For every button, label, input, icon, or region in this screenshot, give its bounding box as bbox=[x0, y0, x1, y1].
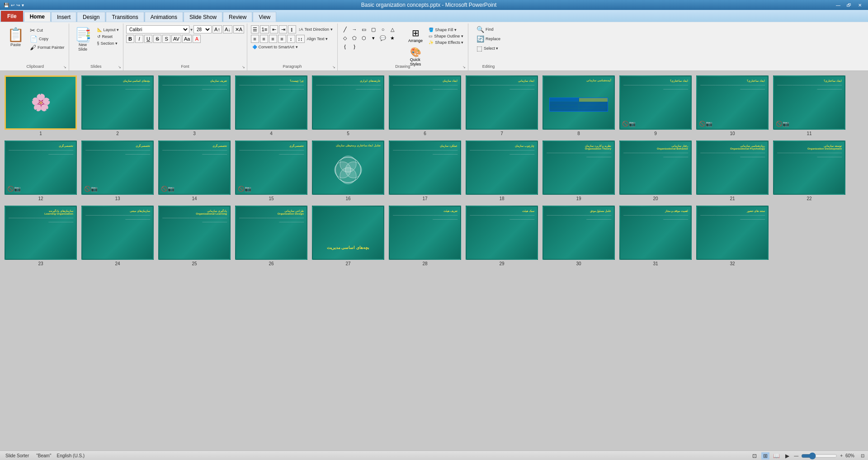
underline-button[interactable]: U bbox=[144, 35, 152, 43]
paragraph-expander[interactable]: ↘ bbox=[331, 64, 336, 70]
slide-thumb-29[interactable]: سبک هیئت━━━━━━━━━━━━━━━━━━━━━━ ━━━━━━━━━… bbox=[466, 206, 538, 266]
tab-design[interactable]: Design bbox=[77, 12, 105, 22]
shape-rounded-rect[interactable]: ▢ bbox=[369, 25, 378, 33]
font-size-select[interactable]: 28 bbox=[193, 25, 212, 33]
section-button[interactable]: §Section ▾ bbox=[96, 41, 121, 46]
slide-thumb-13[interactable]: تخصصی‌گری━━━━━━━━━━━━━━━━━━━━━━ ━━━━━━━━… bbox=[81, 141, 154, 201]
fit-window-icon[interactable]: ⊡ bbox=[861, 453, 864, 458]
font-dropdown-arrow[interactable]: ▾ bbox=[190, 27, 193, 32]
shape-pentagon[interactable]: ⬠ bbox=[350, 34, 359, 42]
numbering-button[interactable]: 1≡ bbox=[260, 25, 269, 33]
slide-thumb-10[interactable]: ابعاد ساختاری؟━━━━━━━━━━━━━━━━━━━━━━ ━━━… bbox=[696, 75, 769, 136]
tab-view[interactable]: View bbox=[253, 12, 276, 22]
decrease-indent-button[interactable]: ⇤ bbox=[270, 25, 278, 33]
quick-access-toolbar[interactable]: 💾 ↩ ↪ ▾ bbox=[4, 3, 24, 8]
shape-bracket[interactable]: { bbox=[340, 42, 349, 51]
shape-diamond[interactable]: ◇ bbox=[340, 34, 349, 42]
slide-thumb-16[interactable]: تعامل ابعاد ساختاری و محیطی سازمان16 bbox=[312, 141, 384, 201]
slide-thumb-20[interactable]: رفتار سازمانی Organizational Behavior━━━… bbox=[619, 141, 692, 201]
slide-thumb-9[interactable]: ابعاد ساختاری؟━━━━━━━━━━━━━━━━━━━━━━ ━━━… bbox=[619, 75, 692, 136]
find-button[interactable]: 🔍 Find bbox=[475, 25, 495, 33]
bold-button[interactable]: B bbox=[126, 35, 134, 43]
slide-thumb-31[interactable]: اهمیت موقف و مجاز━━━━━━━━━━━━━━━━━━━━━━ … bbox=[619, 206, 692, 266]
columns-button[interactable]: ⫿ bbox=[288, 25, 296, 33]
font-size-decrease-button[interactable]: A↓ bbox=[223, 25, 232, 33]
tab-transitions[interactable]: Transitions bbox=[106, 12, 144, 22]
shape-oval[interactable]: ○ bbox=[378, 25, 387, 33]
slide-thumb-14[interactable]: تخصصی‌گری━━━━━━━━━━━━━━━━━━━━━━ ━━━━━━━━… bbox=[158, 141, 231, 201]
undo-icon[interactable]: ↩ bbox=[11, 3, 14, 8]
increase-indent-button[interactable]: ⇥ bbox=[279, 25, 287, 33]
slide-thumb-6[interactable]: ابعاد سازمان━━━━━━━━━━━━━━━━━━━━━━ ━━━━━… bbox=[389, 75, 461, 136]
slide-thumb-21[interactable]: روان‌شناسی سازمانی Organizational Psycho… bbox=[696, 141, 769, 201]
maximize-button[interactable]: 🗗 bbox=[844, 1, 854, 9]
justify-button[interactable]: ≡ bbox=[278, 35, 286, 43]
slide-thumb-18[interactable]: چارچوب سازمان━━━━━━━━━━━━━━━━━━━━━━ ━━━━… bbox=[466, 141, 538, 201]
normal-view-button[interactable]: ⊡ bbox=[750, 452, 759, 460]
slide-thumb-1[interactable]: 🌸1 bbox=[5, 75, 77, 136]
align-text-button[interactable]: Align Text ▾ bbox=[306, 36, 329, 42]
shape-brace[interactable]: } bbox=[350, 42, 359, 51]
arrange-button[interactable]: ⊞ Arrange bbox=[406, 26, 425, 44]
tab-animations[interactable]: Animations bbox=[145, 12, 183, 22]
shape-triangle[interactable]: △ bbox=[388, 25, 397, 33]
shape-fill-button[interactable]: 🪣Shape Fill ▾ bbox=[427, 27, 465, 33]
zoom-percent[interactable]: 60% bbox=[845, 453, 858, 458]
slide-thumb-17[interactable]: عملکرد سازمان━━━━━━━━━━━━━━━━━━━━━━ ━━━━… bbox=[389, 141, 461, 201]
slide-thumb-26[interactable]: طراحی سازمانی Organization Design━━━━━━━… bbox=[235, 206, 307, 266]
redo-icon[interactable]: ↪ bbox=[16, 3, 20, 8]
slide-thumb-2[interactable]: بچه‌های اساسی سازمان━━━━━━━━━━━━━━━━━━━━… bbox=[81, 75, 154, 136]
slide-thumb-8[interactable]: آینده‌شناسی سازمانی8 bbox=[542, 75, 615, 136]
slide-thumb-23[interactable]: سازمان‌های یادگیرنده Learning Organizati… bbox=[5, 206, 77, 266]
slide-thumb-15[interactable]: تخصصی‌گری━━━━━━━━━━━━━━━━━━━━━━ ━━━━━━━━… bbox=[235, 141, 307, 201]
slide-thumb-7[interactable]: ابعاد سازمانی━━━━━━━━━━━━━━━━━━━━━━ ━━━━… bbox=[466, 75, 538, 136]
window-controls[interactable]: — 🗗 ✕ bbox=[834, 1, 864, 9]
slide-thumb-4[interactable]: چرا چیست؟━━━━━━━━━━━━━━━━━━━━━━ ━━━━━━━━… bbox=[235, 75, 307, 136]
shape-star[interactable]: ★ bbox=[388, 34, 397, 42]
italic-button[interactable]: I bbox=[135, 35, 143, 43]
close-button[interactable]: ✕ bbox=[855, 1, 864, 9]
save-icon[interactable]: 💾 bbox=[4, 3, 9, 8]
tab-home[interactable]: Home bbox=[24, 12, 51, 22]
shape-line[interactable]: ╱ bbox=[340, 25, 349, 33]
drawing-expander[interactable]: ↘ bbox=[462, 64, 467, 70]
format-painter-button[interactable]: 🖌 Format Painter bbox=[28, 43, 66, 52]
line-spacing-button[interactable]: ↕ bbox=[287, 35, 295, 43]
copy-button[interactable]: 📄 Copy bbox=[28, 35, 66, 43]
reset-button[interactable]: ↺Reset bbox=[96, 34, 121, 39]
cut-button[interactable]: ✂ Cut bbox=[28, 26, 66, 34]
font-expander[interactable]: ↘ bbox=[241, 64, 246, 70]
font-size-increase-button[interactable]: A↑ bbox=[212, 25, 222, 33]
new-slide-button[interactable]: 📑 NewSlide bbox=[72, 25, 94, 53]
slide-thumb-30[interactable]: عامل مسئول موثق━━━━━━━━━━━━━━━━━━━━━━ ━━… bbox=[542, 206, 615, 266]
shape-arrow[interactable]: → bbox=[350, 25, 359, 33]
para-spacing-button[interactable]: ↕↕ bbox=[296, 35, 305, 43]
text-direction-button[interactable]: ↕AText Direction ▾ bbox=[297, 27, 334, 32]
select-button[interactable]: ⬚ Select ▾ bbox=[475, 44, 500, 52]
slide-sorter-button[interactable]: ⊞ bbox=[761, 452, 769, 460]
shape-more[interactable]: ▾ bbox=[369, 34, 378, 42]
layout-button[interactable]: 📐Layout ▾ bbox=[96, 27, 121, 33]
paste-button[interactable]: 📋 Paste bbox=[5, 25, 27, 48]
change-case-button[interactable]: Aa bbox=[182, 35, 192, 43]
tab-review[interactable]: Review bbox=[223, 12, 252, 22]
zoom-out-icon[interactable]: — bbox=[794, 453, 798, 458]
slide-thumb-11[interactable]: ابعاد ساختاری؟━━━━━━━━━━━━━━━━━━━━━━ ━━━… bbox=[773, 75, 845, 136]
replace-button[interactable]: 🔄 Replace bbox=[475, 35, 502, 43]
shape-callout[interactable]: 💬 bbox=[378, 34, 387, 42]
slide-thumb-28[interactable]: تعریف هیئت━━━━━━━━━━━━━━━━━━━━━━ ━━━━━━━… bbox=[389, 206, 461, 266]
font-family-select[interactable]: Calibri bbox=[126, 25, 189, 33]
clipboard-expander[interactable]: ↘ bbox=[62, 64, 68, 70]
char-spacing-button[interactable]: AV bbox=[171, 35, 181, 43]
align-center-button[interactable]: ≡ bbox=[260, 35, 268, 43]
tab-insert[interactable]: Insert bbox=[51, 12, 76, 22]
bullets-button[interactable]: ☰ bbox=[251, 25, 259, 33]
align-right-button[interactable]: ≡ bbox=[269, 35, 277, 43]
shape-hexagon[interactable]: ⬡ bbox=[359, 34, 368, 42]
reading-view-button[interactable]: 📖 bbox=[772, 452, 780, 460]
clear-formatting-button[interactable]: ✕A bbox=[233, 25, 244, 33]
slide-thumb-32[interactable]: ستند های حضور━━━━━━━━━━━━━━━━━━━━━━ ━━━━… bbox=[696, 206, 769, 266]
slideshow-button[interactable]: ▶ bbox=[783, 452, 791, 460]
strikethrough-button[interactable]: S bbox=[153, 35, 161, 43]
shape-effects-button[interactable]: ✨Shape Effects ▾ bbox=[427, 40, 465, 45]
